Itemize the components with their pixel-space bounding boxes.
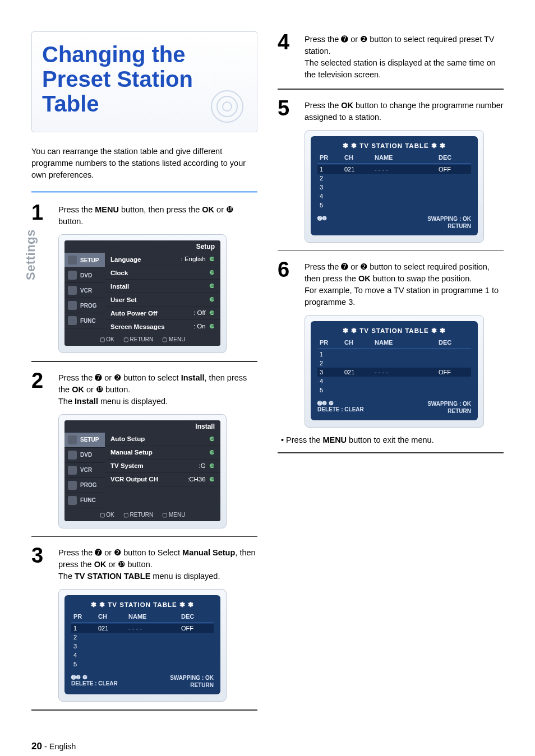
osd-tab-func: FUNC xyxy=(64,313,105,328)
table-row: 3021- - - -OFF xyxy=(317,368,471,377)
table-footer: ➐❷ ❿DELETE : CLEAR SWAPPING : OKRETURN xyxy=(71,669,214,689)
table-row: 1021- - - -OFF xyxy=(71,624,214,633)
table-row: 2 xyxy=(317,359,471,368)
divider xyxy=(278,251,504,252)
osd-footer: ▢ OK ▢ RETURN ▢ MENU xyxy=(64,508,220,521)
table-row: 5 xyxy=(71,660,214,669)
osd-setup-panel: Setup SETUP DVD VCR PROG FUNC Language: … xyxy=(58,234,227,353)
osd-row: Manual Setup❿ xyxy=(105,446,220,460)
osd-tab-vcr: VCR xyxy=(64,283,105,298)
section-label: Settings xyxy=(24,229,38,280)
table-footer: ➐❷ ❿DELETE : CLEAR SWAPPING : OKRETURN xyxy=(317,395,471,415)
station-table-panel-1: ❃ ❃ TV STATION TABLE ❃ ❃ PRCHNAMEDEC 102… xyxy=(58,589,227,702)
osd-row: User Set❿ xyxy=(105,293,220,307)
table-row: 4 xyxy=(317,377,471,386)
step-5: 5 Press the OK button to change the prog… xyxy=(278,98,504,123)
osd-row: Clock❿ xyxy=(105,266,220,280)
step-number: 3 xyxy=(31,545,50,582)
svg-point-1 xyxy=(217,96,237,117)
table-row: 2 xyxy=(317,174,471,183)
station-table-panel-2: ❃ ❃ TV STATION TABLE ❃ ❃ PRCHNAMEDEC 102… xyxy=(305,130,484,243)
osd-tab-prog: PROG xyxy=(64,478,105,493)
osd-tab-setup: SETUP xyxy=(64,433,105,448)
page-title: Changing the Preset Station Table xyxy=(31,31,257,132)
exit-note: • Press the MENU button to exit the menu… xyxy=(281,435,504,444)
table-row: 2 xyxy=(71,633,214,642)
step-1: 1 Press the MENU button, then press the … xyxy=(31,202,257,228)
step-number: 2 xyxy=(31,370,50,407)
station-table-panel-3: ❃ ❃ TV STATION TABLE ❃ ❃ PRCHNAMEDEC 123… xyxy=(305,315,484,428)
table-title: ❃ ❃ TV STATION TABLE ❃ ❃ xyxy=(317,142,471,150)
osd-tab-setup: SETUP xyxy=(64,253,105,268)
step-number: 4 xyxy=(278,31,297,81)
osd-tab-func: FUNC xyxy=(64,493,105,508)
step-3: 3 Press the ➐ or ❷ button to Select Manu… xyxy=(31,545,257,582)
osd-row: Auto Power Off: Off ❿ xyxy=(105,307,220,320)
divider xyxy=(278,89,504,90)
osd-row: Install❿ xyxy=(105,280,220,293)
table-row: 3 xyxy=(71,642,214,651)
step-2: 2 Press the ➐ or ❷ button to select Inst… xyxy=(31,370,257,407)
osd-title: Install xyxy=(64,420,220,433)
osd-row xyxy=(105,486,220,499)
osd-tab-vcr: VCR xyxy=(64,463,105,478)
step-number: 6 xyxy=(278,259,297,308)
table-row: 5 xyxy=(317,201,471,210)
table-title: ❃ ❃ TV STATION TABLE ❃ ❃ xyxy=(317,327,471,335)
osd-tab-dvd: DVD xyxy=(64,268,105,283)
osd-row: Auto Setup❿ xyxy=(105,433,220,446)
divider xyxy=(31,709,257,711)
osd-row: Language: English ❿ xyxy=(105,253,220,266)
intro-text: You can rearrange the station table and … xyxy=(31,146,257,181)
table-header: PRCHNAMEDEC xyxy=(317,338,471,349)
table-row: 1 xyxy=(317,350,471,359)
step-6: 6 Press the ➐ or ❷ button to select requ… xyxy=(278,259,504,308)
table-header: PRCHNAMEDEC xyxy=(71,612,214,623)
table-title: ❃ ❃ TV STATION TABLE ❃ ❃ xyxy=(71,601,214,609)
table-row: 1021- - - -OFF xyxy=(317,165,471,174)
table-row: 5 xyxy=(317,386,471,395)
osd-row: VCR Output CH:CH36 ❿ xyxy=(105,473,220,486)
step-number: 1 xyxy=(31,202,50,228)
divider xyxy=(31,191,257,193)
osd-install-panel: Install SETUP DVD VCR PROG FUNC Auto Set… xyxy=(58,414,227,528)
divider xyxy=(278,452,504,453)
step-4: 4 Press the ➐ or ❷ button to select requ… xyxy=(278,31,504,81)
table-row: 3 xyxy=(317,183,471,192)
table-header: PRCHNAMEDEC xyxy=(317,153,471,164)
rings-decoration xyxy=(207,87,247,126)
svg-point-0 xyxy=(211,91,243,122)
svg-point-2 xyxy=(223,102,232,111)
divider xyxy=(31,361,257,362)
osd-row: TV System:G ❿ xyxy=(105,460,220,473)
divider xyxy=(31,536,257,537)
osd-tab-dvd: DVD xyxy=(64,448,105,463)
osd-row: Screen Messages: On ❿ xyxy=(105,320,220,333)
osd-title: Setup xyxy=(64,240,220,253)
table-row: 4 xyxy=(71,651,214,660)
osd-tab-prog: PROG xyxy=(64,298,105,313)
page-footer: 20 - English xyxy=(31,741,504,752)
step-number: 5 xyxy=(278,98,297,123)
table-footer: ➐❷ SWAPPING : OKRETURN xyxy=(317,210,471,230)
table-row: 4 xyxy=(317,192,471,201)
osd-footer: ▢ OK ▢ RETURN ▢ MENU xyxy=(64,333,220,346)
